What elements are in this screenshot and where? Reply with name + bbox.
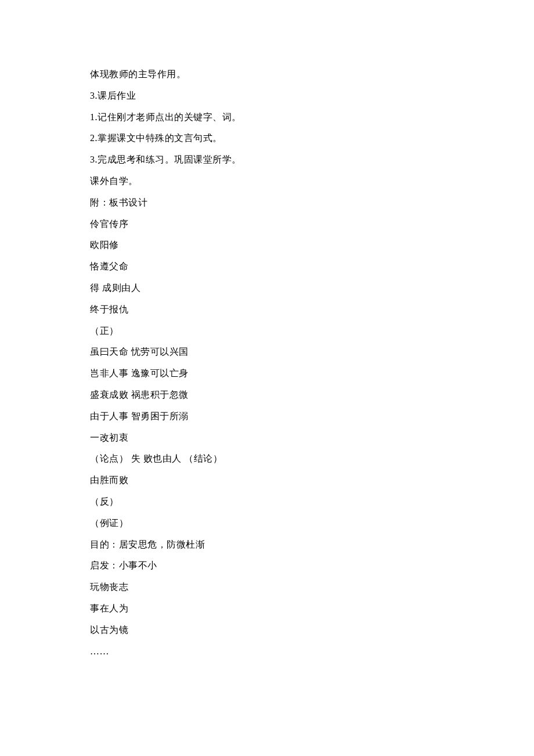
body-text: 1.记住刚才老师点出的关键字、词。 bbox=[90, 107, 450, 128]
body-text: …… bbox=[90, 641, 450, 663]
body-text: 3.课后作业 bbox=[90, 85, 450, 107]
body-text: 2.掌握课文中特殊的文言句式。 bbox=[90, 128, 450, 149]
body-text: 3.完成思考和练习。巩固课堂所学。 bbox=[90, 149, 450, 171]
body-text: 一改初衷 bbox=[90, 427, 450, 449]
body-text: 虽曰天命 忧劳可以兴国 bbox=[90, 341, 450, 363]
document-page: 体现教师的主导作用。 3.课后作业 1.记住刚才老师点出的关键字、词。 2.掌握… bbox=[0, 0, 450, 697]
body-text: 得 成则由人 bbox=[90, 278, 450, 299]
body-text: 终于报仇 bbox=[90, 299, 450, 321]
body-text: （例证） bbox=[90, 513, 450, 534]
body-text: 以古为镜 bbox=[90, 620, 450, 641]
body-text: （反） bbox=[90, 491, 450, 513]
body-text: 岂非人事 逸豫可以亡身 bbox=[90, 363, 450, 384]
body-text: 启发：小事不小 bbox=[90, 555, 450, 577]
body-text: 由于人事 智勇困于所溺 bbox=[90, 406, 450, 427]
body-text: 课外自学。 bbox=[90, 171, 450, 192]
body-text: 目的：居安思危，防微杜渐 bbox=[90, 534, 450, 556]
body-text: 附：板书设计 bbox=[90, 192, 450, 214]
body-text: 盛衰成败 祸患积于忽微 bbox=[90, 384, 450, 406]
body-text: 欧阳修 bbox=[90, 235, 450, 256]
body-text: 事在人为 bbox=[90, 598, 450, 620]
body-text: 恪遵父命 bbox=[90, 256, 450, 278]
body-text: （正） bbox=[90, 321, 450, 342]
body-text: 由胜而败 bbox=[90, 470, 450, 491]
body-text: 伶官传序 bbox=[90, 214, 450, 235]
body-text: 玩物丧志 bbox=[90, 577, 450, 598]
body-text: （论点） 失 败也由人 （结论） bbox=[90, 448, 450, 470]
body-text: 体现教师的主导作用。 bbox=[90, 64, 450, 85]
